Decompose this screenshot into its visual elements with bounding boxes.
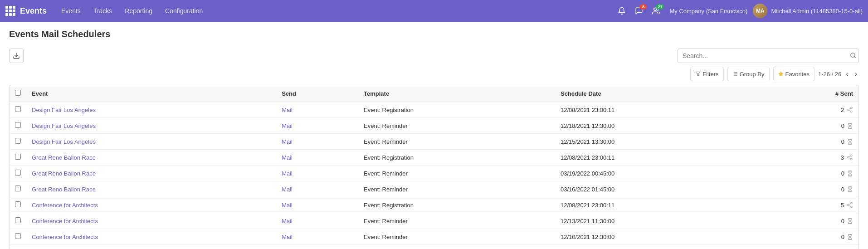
sent-cell: 0 <box>771 138 853 145</box>
svg-line-15 <box>849 110 851 111</box>
row-template: Event: Registration <box>358 150 555 166</box>
row-checkbox[interactable] <box>15 138 21 144</box>
svg-line-26 <box>849 204 851 205</box>
nav-item-tracks[interactable]: Tracks <box>88 5 117 17</box>
chat-icon-btn[interactable]: 8 <box>633 5 645 17</box>
row-sent: 0 <box>766 134 858 150</box>
row-schedule-date: 03/19/2022 00:45:00 <box>555 166 766 181</box>
row-checkbox-cell <box>10 181 26 197</box>
row-checkbox-cell <box>10 197 26 213</box>
row-sent: 5 <box>766 197 858 213</box>
row-schedule-date: 12/13/2021 11:30:00 <box>555 245 766 249</box>
next-page-button[interactable]: › <box>853 69 859 79</box>
filters-button[interactable]: Filters <box>690 67 723 81</box>
search-filter-section <box>678 49 859 63</box>
table-row: Conference for ArchitectsMailEvent: Regi… <box>10 197 858 213</box>
app-title[interactable]: Events <box>20 6 47 16</box>
group-by-button[interactable]: Group By <box>727 67 770 81</box>
page-header: Events Mail Schedulers <box>9 29 859 45</box>
top-nav: Events Events Tracks Reporting Configura… <box>0 0 868 22</box>
sent-count: 0 <box>841 170 844 177</box>
svg-line-16 <box>849 108 851 109</box>
table-row: Great Reno Ballon RaceMailEvent: Reminde… <box>10 166 858 181</box>
row-event[interactable]: Design Fair Los Angeles <box>26 102 276 118</box>
share-icon <box>847 107 853 113</box>
avatar[interactable]: MA <box>753 4 767 18</box>
row-checkbox[interactable] <box>15 233 21 239</box>
nav-item-events[interactable]: Events <box>56 5 86 17</box>
row-event[interactable]: Conference for Architects <box>26 213 276 229</box>
row-send[interactable]: Mail <box>276 118 358 134</box>
row-checkbox[interactable] <box>15 122 21 128</box>
row-send[interactable]: Mail <box>276 181 358 197</box>
search-input[interactable] <box>678 49 859 63</box>
row-checkbox[interactable] <box>15 217 21 223</box>
row-sent: 0 <box>766 245 858 249</box>
table-row: Design Fair Los AngelesMailEvent: Remind… <box>10 118 858 134</box>
search-button[interactable] <box>850 52 856 60</box>
row-template: Event: Reminder <box>358 181 555 197</box>
row-template: Event: Registration <box>358 197 555 213</box>
prev-page-button[interactable]: ‹ <box>844 69 850 79</box>
table-container: Event Send Template Schedule Date # Sent… <box>9 85 859 249</box>
row-send[interactable]: Mail <box>276 213 358 229</box>
sent-count: 0 <box>841 218 844 225</box>
row-send[interactable]: Mail <box>276 166 358 181</box>
row-event[interactable]: Great Reno Ballon Race <box>26 181 276 197</box>
col-checkbox <box>10 85 26 102</box>
row-send[interactable]: Mail <box>276 197 358 213</box>
row-checkbox[interactable] <box>15 154 21 160</box>
row-event[interactable]: Design Fair Los Angeles <box>26 134 276 150</box>
user-name[interactable]: Mitchell Admin (11485380-15-0-all) <box>771 8 863 15</box>
row-event[interactable]: Great Reno Ballon Race <box>26 150 276 166</box>
svg-marker-11 <box>779 72 783 76</box>
col-schedule-date: Schedule Date <box>555 85 766 102</box>
company-name[interactable]: My Company (San Francisco) <box>669 8 747 15</box>
row-event[interactable]: Conference for Architects <box>26 245 276 249</box>
contacts-badge: 21 <box>656 4 664 10</box>
svg-marker-4 <box>696 72 700 76</box>
hourglass-icon <box>847 171 853 176</box>
sent-cell: 0 <box>771 186 853 193</box>
row-checkbox[interactable] <box>15 106 21 112</box>
row-event[interactable]: Conference for Architects <box>26 229 276 245</box>
contacts-icon-btn[interactable]: 21 <box>650 5 662 17</box>
col-send: Send <box>276 85 358 102</box>
table-row: Great Reno Ballon RaceMailEvent: Registr… <box>10 150 858 166</box>
favorites-button[interactable]: Favorites <box>773 67 814 81</box>
row-sent: 0 <box>766 181 858 197</box>
sent-cell: 0 <box>771 170 853 177</box>
row-checkbox-cell <box>10 213 26 229</box>
row-template: Event: Reminder <box>358 134 555 150</box>
row-checkbox[interactable] <box>15 170 21 176</box>
page-title: Events Mail Schedulers <box>9 29 110 39</box>
table-row: Design Fair Los AngelesMailEvent: Regist… <box>10 102 858 118</box>
row-event[interactable]: Conference for Architects <box>26 197 276 213</box>
nav-item-configuration[interactable]: Configuration <box>160 5 208 17</box>
row-event[interactable]: Great Reno Ballon Race <box>26 166 276 181</box>
apps-grid-icon[interactable] <box>5 6 15 16</box>
group-by-label: Group By <box>740 71 765 78</box>
row-send[interactable]: Mail <box>276 102 358 118</box>
row-schedule-date: 12/15/2021 13:30:00 <box>555 134 766 150</box>
row-checkbox[interactable] <box>15 186 21 191</box>
row-schedule-date: 12/13/2021 11:30:00 <box>555 213 766 229</box>
bell-icon-btn[interactable] <box>616 5 628 17</box>
nav-item-reporting[interactable]: Reporting <box>119 5 158 17</box>
row-send[interactable]: Mail <box>276 245 358 249</box>
row-send[interactable]: Mail <box>276 150 358 166</box>
hourglass-icon <box>847 139 853 145</box>
row-checkbox[interactable] <box>15 201 21 207</box>
mail-schedulers-table: Event Send Template Schedule Date # Sent… <box>10 85 858 249</box>
nav-menu: Events Tracks Reporting Configuration <box>56 5 616 17</box>
select-all-checkbox[interactable] <box>15 90 21 96</box>
download-button[interactable] <box>9 49 24 63</box>
sent-cell: 0 <box>771 218 853 225</box>
row-send[interactable]: Mail <box>276 134 358 150</box>
row-checkbox-cell <box>10 150 26 166</box>
favorites-label: Favorites <box>785 71 809 78</box>
row-send[interactable]: Mail <box>276 229 358 245</box>
row-sent: 0 <box>766 118 858 134</box>
row-event[interactable]: Design Fair Los Angeles <box>26 118 276 134</box>
row-template: Event: Registration <box>358 102 555 118</box>
